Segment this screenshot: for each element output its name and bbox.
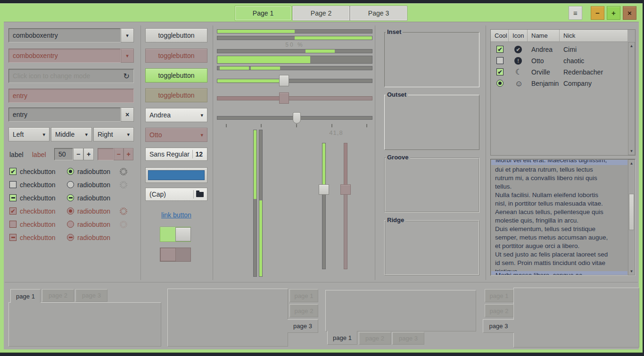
scale-fill <box>344 143 347 187</box>
checkbutton-unchecked[interactable] <box>9 181 17 188</box>
row-checkbox-unchecked[interactable] <box>496 57 504 64</box>
treeview-scrollbar[interactable]: ▲ ▼ <box>628 42 635 155</box>
comboboxentry-value: comboboxentry <box>13 52 58 59</box>
menu-button[interactable]: ≡ <box>569 6 582 20</box>
combobox-right[interactable]: Right▾ <box>93 127 134 141</box>
filechooser-label: (Cap) <box>149 190 166 198</box>
combobox-value: Andrea <box>149 111 171 119</box>
clear-entry-button[interactable]: × <box>121 108 134 122</box>
textview-line: nisl, in porttitor tellus malesuada vita… <box>495 200 626 207</box>
togglebutton-label: togglebutton <box>158 91 194 99</box>
vprogressbar-btt <box>259 130 263 277</box>
nb3-tab-page1[interactable]: page 1 <box>327 331 357 345</box>
frame-outset <box>384 95 479 150</box>
textview-line: rutrum mi, a convallis libero nisi quis <box>495 174 626 182</box>
hscale-marks-knob[interactable] <box>293 112 301 124</box>
nb1-tab-page2[interactable]: page 2 <box>42 289 74 302</box>
frame-groove <box>384 157 479 213</box>
scroll-up-icon[interactable]: ▲ <box>628 160 635 166</box>
checkbutton-label: checkbutton <box>20 234 56 241</box>
nb4-tab-page1[interactable]: page 1 <box>485 289 513 302</box>
vscale-track[interactable] <box>322 143 326 269</box>
table-row[interactable]: ✔ ☾ Orville Redenbacher <box>491 66 628 78</box>
radio-dot <box>69 209 72 213</box>
togglebutton-normal[interactable]: togglebutton <box>145 28 207 42</box>
spinbutton-value[interactable]: 50 <box>54 148 73 160</box>
radiobutton-unselected[interactable] <box>67 181 74 188</box>
scrollbar-thumb[interactable] <box>629 194 634 230</box>
scale-mark <box>366 124 367 127</box>
row-checkbox-checked[interactable]: ✔ <box>496 46 504 53</box>
checkbutton-checked[interactable]: ✔ <box>9 168 17 175</box>
hscale-track[interactable] <box>217 79 372 83</box>
color-button[interactable] <box>145 167 207 183</box>
nb1-tab-page3[interactable]: page 3 <box>75 289 107 302</box>
table-row[interactable]: ☺ Benjamin Company <box>491 78 628 89</box>
nb2-tab-page2[interactable]: page 2 <box>289 304 318 317</box>
combobox-left[interactable]: Left▾ <box>8 127 50 141</box>
checkbutton-indeterminate[interactable] <box>9 194 17 201</box>
font-button[interactable]: Sans Regular 12 <box>145 148 207 161</box>
nb3-tab-page3[interactable]: page 3 <box>392 332 424 345</box>
maximize-button[interactable]: + <box>607 6 620 20</box>
selected-line-bottom: Morbi massa libero, congue ac <box>491 271 627 275</box>
textview-scrollbar[interactable]: ▲ ▼ <box>628 159 635 275</box>
scroll-down-icon[interactable]: ▼ <box>628 148 635 154</box>
nb2-tab-page3[interactable]: page 3 <box>288 319 318 333</box>
treeview-header-name[interactable]: Name <box>528 30 560 42</box>
titlebar-tab-page3[interactable]: Page 3 <box>350 6 407 20</box>
font-name: Sans Regular <box>149 150 190 158</box>
nb4-tab-page3[interactable]: page 3 <box>483 319 514 333</box>
togglebutton-disabled: togglebutton <box>145 49 207 63</box>
frame-ridge <box>384 220 479 275</box>
vscale-knob[interactable] <box>319 184 329 195</box>
plus-icon: + <box>87 150 91 158</box>
row-checkbox-checked[interactable]: ✔ <box>496 68 504 75</box>
entry-value: entry <box>13 92 27 99</box>
indeterminate-mark <box>11 237 15 238</box>
entry-clearable[interactable]: entry <box>8 108 121 122</box>
treeview-header-cool[interactable]: Cool <box>491 30 509 42</box>
combobox-middle[interactable]: Middle▾ <box>51 127 92 141</box>
textview[interactable]: Morbi vel elit erat. Maecenas dignissim,… <box>490 159 636 276</box>
table-row[interactable]: ! Otto chaotic <box>491 55 628 66</box>
nb1-tab-page1[interactable]: page 1 <box>10 289 41 303</box>
comboboxentry-input[interactable]: comboboxentry <box>8 28 121 42</box>
treeview-header-icon[interactable]: Icon <box>509 30 528 42</box>
treeview-header-nick[interactable]: Nick <box>560 30 628 42</box>
nb2-tab-page1[interactable]: page 1 <box>289 289 318 302</box>
scroll-up-icon[interactable]: ▲ <box>628 43 635 49</box>
progress-fill <box>295 36 372 40</box>
spin-plus-button[interactable]: + <box>83 148 94 160</box>
titlebar-tab-page2[interactable]: Page 2 <box>293 6 349 20</box>
spin-minus-button[interactable]: − <box>73 148 83 160</box>
textview-line: Nulla facilisi. Nullam eleifend lobortis <box>495 191 626 199</box>
titlebar-tab-page1[interactable]: Page 1 <box>235 6 291 20</box>
nb3-tab-page2[interactable]: page 2 <box>359 332 391 345</box>
hscale-track-disabled <box>217 96 372 100</box>
switch-on[interactable] <box>160 227 191 242</box>
row-radio-selected[interactable] <box>496 80 504 87</box>
exclaim-circle-icon: ! <box>514 57 522 65</box>
comboboxentry-dropdown-button[interactable]: ▾ <box>121 28 134 42</box>
hscale-knob[interactable] <box>279 75 289 86</box>
togglebutton-active[interactable]: togglebutton <box>145 68 207 83</box>
icon-entry[interactable]: Click icon to change mode ↻ <box>8 69 134 83</box>
color-swatch <box>148 170 205 180</box>
link-button[interactable]: link button <box>161 211 191 219</box>
nb4-tab-page2[interactable]: page 2 <box>485 304 513 317</box>
close-button[interactable]: × <box>623 6 636 20</box>
radiobutton-indeterminate[interactable] <box>67 194 74 201</box>
refresh-icon[interactable]: ↻ <box>124 72 130 81</box>
chevron-down-icon: ▾ <box>127 132 130 137</box>
scroll-down-icon[interactable]: ▼ <box>628 268 635 274</box>
textview-line: dui et pharetra rutrum, tellus lectus <box>495 166 626 173</box>
switch-knob[interactable] <box>175 227 191 241</box>
combobox-andrea[interactable]: Andrea▾ <box>145 108 207 122</box>
togglebutton-label: togglebutton <box>158 72 194 79</box>
checkbutton-label: checkbutton <box>20 221 56 228</box>
minimize-button[interactable]: − <box>591 6 604 20</box>
table-row[interactable]: ✔ ✔ Andrea Cimi <box>491 44 628 55</box>
filechooser-button[interactable]: (Cap) <box>145 188 207 201</box>
radiobutton-selected[interactable] <box>67 168 74 175</box>
